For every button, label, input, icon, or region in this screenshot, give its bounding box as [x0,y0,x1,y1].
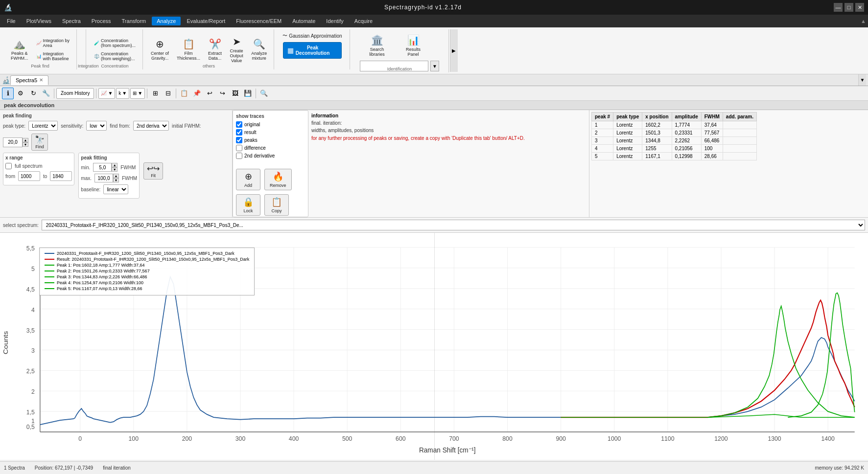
menu-automate[interactable]: Automate [287,17,320,25]
toolbar-btn-copy[interactable]: 📋 [178,88,190,99]
max-down-btn[interactable]: ▼ [113,178,119,182]
tab-close-btn[interactable]: ✕ [39,77,43,83]
copy-button[interactable]: 📋 Copy [264,194,289,216]
cell-x-pos: 1344,8 [642,137,672,145]
toolbar-btn-config2[interactable]: 🔧 [40,88,52,99]
find-button[interactable]: 🔭 Find [31,134,48,151]
ribbon-btn-peaks-fwhm[interactable]: ⛰️ Peaks &FWHM... [8,36,31,63]
menu-transform[interactable]: Transform [117,17,151,25]
legend-item-peak1: Peak 1: Pos:1602,18 Amp:1,777 Width:37,6… [45,263,249,268]
trace-original-checkbox[interactable] [236,121,242,128]
ribbon-btn-results-panel[interactable]: 📊 ResultsPanel [396,32,430,59]
ribbon-collapse-arrow[interactable]: ▶ [450,29,458,72]
minimize-button[interactable]: — [834,3,843,12]
toolbar-axis-type[interactable]: k▼ [116,88,129,99]
toolbar-btn-table2[interactable]: ⊟ [162,88,174,99]
spectrum-select-dropdown[interactable]: 20240331_Prototaxit-F_IHR320_1200_Slit50… [42,220,865,230]
toolbar-btn-paste[interactable]: 📌 [191,88,203,99]
toolbar-btn-info[interactable]: ℹ [2,88,14,99]
toolbar-btn-undo[interactable]: ↩ [204,88,215,99]
ribbon-btn-integration-baseline[interactable]: 📊 Integrationwith Baseline [33,50,73,63]
min-down-btn[interactable]: ▼ [112,167,117,172]
min-fwhm-input[interactable] [93,163,112,172]
fit-button[interactable]: ↩↪ Fit [143,162,163,180]
baseline-select[interactable]: linear [103,184,128,194]
menu-file[interactable]: File [2,17,21,25]
ribbon-btn-search-libraries[interactable]: 🏛️ Searchlibraries [360,32,394,59]
table-row[interactable]: 4 Lorentz 1255 0,21056 100 [592,145,757,153]
ribbon-btn-concentration-weighing[interactable]: ⚖️ Concentration(from weighing)... [91,50,139,63]
ribbon-btn-center-gravity[interactable]: ⊕ Center ofGravity... [148,36,172,63]
title-bar-controls[interactable]: — □ ✕ [834,3,864,12]
peak-fitting-label: peak fitting [81,155,137,160]
table-row[interactable]: 2 Lorentz 1501,3 0,23331 77,567 [592,129,757,137]
to-input[interactable] [50,171,72,181]
fwhm-up-btn[interactable]: ▲ [23,138,28,142]
toolbar-btn-refresh[interactable]: ↻ [27,88,39,99]
table-row[interactable]: 3 Lorentz 1344,8 2,2262 66,486 [592,137,757,145]
toolbar-btn-save-img[interactable]: 🖼 [229,88,241,99]
ribbon-btn-extract-data[interactable]: ✂️ ExtractData... [205,36,225,63]
toolbar-btn-settings[interactable]: ⚙ [15,88,26,99]
trace-result-checkbox[interactable] [236,129,242,135]
cell-fwhm: 100 [701,145,723,153]
trace-difference-checkbox[interactable] [236,145,242,151]
ribbon-btn-analyze-mixture[interactable]: 🔍 Analyzemixture [248,36,270,63]
menu-evaluate-report[interactable]: Evaluate/Report [182,17,230,25]
tab-spectra5[interactable]: Spectra5 ✕ [10,75,48,85]
maximize-button[interactable]: □ [845,3,853,12]
trace-2nd-deriv-checkbox[interactable] [236,153,242,159]
trace-peaks: peaks [236,137,305,143]
ribbon-btn-peak-deconv[interactable]: ▦ PeakDeconvolution [283,42,342,59]
sensitivity-select[interactable]: low [86,121,107,131]
full-spectrum-checkbox[interactable] [5,163,12,169]
ribbon-group-identification: 🏛️ Searchlibraries 📊 ResultsPanel ▼ Iden… [351,29,449,72]
max-up-btn[interactable]: ▲ [113,174,119,178]
menu-identify[interactable]: Identify [321,17,348,25]
ribbon-btn-concentration-spectrum[interactable]: 🧪 Concentration(from spectrum)... [91,37,139,49]
ribbon-group-integration: Integration [78,29,86,69]
ribbon-toggle[interactable]: ▲ [861,18,866,24]
cell-peak-num: 5 [592,153,613,160]
cell-amplitude: 0,12998 [672,153,701,160]
menu-process[interactable]: Process [87,17,116,25]
find-from-label: find from: [110,123,130,129]
toolbar-chart-type[interactable]: 📈▼ [98,88,115,99]
ribbon-btn-gaussian-approx[interactable]: 〜 Gaussian Approximation [279,30,345,41]
min-up-btn[interactable]: ▲ [112,163,117,167]
ribbon-btn-film-thickness[interactable]: 📋 FilmThickness... [174,36,203,63]
menu-analyze[interactable]: Analyze [152,17,181,25]
remove-button[interactable]: 🔥 Remove [264,169,292,190]
find-from-select[interactable]: 2nd deriva [133,121,169,131]
close-button[interactable]: ✕ [855,3,864,12]
table-row[interactable]: 1 Lorentz 1602,2 1,7774 37,64 [592,121,757,129]
table-row[interactable]: 5 Lorentz 1167,1 0,12998 28,66 [592,153,757,160]
ribbon-btn-integration-area[interactable]: 📈 Integration byArea [33,37,73,49]
chart-type-icon: 📈 [101,90,107,96]
max-fwhm-spinner[interactable]: ▲ ▼ [94,174,119,182]
extract-data-icon: ✂️ [209,38,221,50]
min-fwhm-spinner[interactable]: ▲ ▼ [93,163,117,172]
toolbar-btn-table[interactable]: ⊞ [149,88,161,99]
toolbar-grid-type[interactable]: ⊞▼ [130,88,145,99]
trace-peaks-checkbox[interactable] [236,137,242,143]
peak-type-select[interactable]: Lorentz [28,121,58,131]
add-button[interactable]: ⊕ Add [236,169,260,190]
menu-fluorescence[interactable]: Fluorescence/EEM [231,17,286,25]
ribbon-btn-create-output[interactable]: ➤ CreateOutputValue [227,34,246,65]
fwhm-down-btn[interactable]: ▼ [23,142,28,147]
menu-acquire[interactable]: Acquire [350,17,377,25]
initial-fwhm-input[interactable] [3,137,23,147]
tab-bar-collapse[interactable]: ▼ [858,74,866,86]
toolbar-btn-redo[interactable]: ↪ [216,88,228,99]
toolbar-btn-search-zoom[interactable]: 🔍 [258,88,270,99]
menu-spectra[interactable]: Spectra [57,17,86,25]
max-fwhm-input[interactable] [94,174,113,182]
svg-text:800: 800 [502,435,512,443]
toolbar-btn-export[interactable]: 💾 [242,88,254,99]
from-input[interactable] [18,171,40,181]
zoom-history-button[interactable]: Zoom History [56,88,94,99]
initial-fwhm-spinner[interactable]: ▲ ▼ [3,137,28,147]
menu-plot-views[interactable]: Plot/Views [22,17,56,25]
lock-button[interactable]: 🔒 Lock [236,194,260,216]
